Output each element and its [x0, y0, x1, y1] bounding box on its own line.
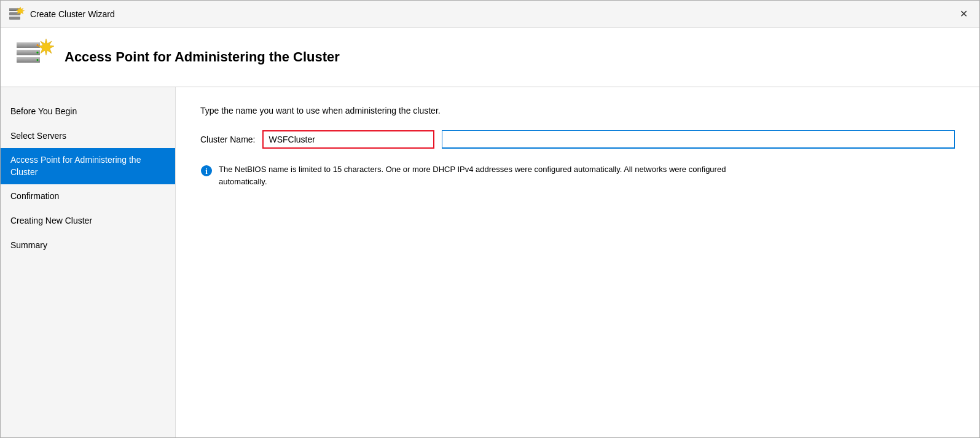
instruction-text: Type the name you want to use when admin…	[200, 106, 955, 115]
svg-point-11	[37, 44, 39, 46]
sidebar-item-before-you-begin[interactable]: Before You Begin	[1, 100, 175, 124]
cluster-name-row: Cluster Name:	[200, 130, 955, 149]
title-bar-left: Create Cluster Wizard	[8, 6, 115, 23]
wizard-header: Access Point for Administering the Clust…	[1, 28, 979, 87]
title-bar: Create Cluster Wizard ✕	[1, 1, 979, 28]
svg-rect-8	[17, 50, 40, 55]
window-title: Create Cluster Wizard	[30, 9, 115, 19]
info-message: The NetBIOS name is limited to 15 charac…	[219, 163, 753, 187]
svg-point-13	[37, 59, 39, 61]
wizard-title-icon	[8, 6, 25, 23]
svg-text:i: i	[205, 166, 208, 176]
svg-rect-10	[17, 57, 40, 63]
cluster-name-label: Cluster Name:	[200, 135, 255, 144]
info-icon: i	[200, 165, 213, 177]
svg-rect-3	[9, 17, 20, 20]
sidebar: Before You Begin Select Servers Access P…	[1, 87, 176, 437]
info-row: i The NetBIOS name is limited to 15 char…	[200, 163, 753, 187]
sidebar-item-access-point[interactable]: Access Point for Administering the Clust…	[1, 148, 175, 184]
sidebar-item-summary[interactable]: Summary	[1, 233, 175, 258]
main-content: Type the name you want to use when admin…	[176, 87, 979, 437]
svg-marker-14	[38, 39, 54, 55]
header-cluster-icon	[15, 37, 55, 77]
svg-point-12	[37, 52, 39, 53]
close-button[interactable]: ✕	[955, 6, 972, 23]
page-title: Access Point for Administering the Clust…	[65, 49, 340, 65]
cluster-name-input[interactable]	[262, 130, 434, 149]
cluster-name-extra-input[interactable]	[442, 130, 955, 149]
sidebar-item-creating-new-cluster[interactable]: Creating New Cluster	[1, 209, 175, 233]
sidebar-item-confirmation[interactable]: Confirmation	[1, 184, 175, 209]
svg-rect-6	[17, 42, 40, 48]
create-cluster-wizard-dialog: Create Cluster Wizard ✕	[0, 0, 980, 438]
wizard-body: Before You Begin Select Servers Access P…	[1, 87, 979, 437]
sidebar-item-select-servers[interactable]: Select Servers	[1, 124, 175, 149]
